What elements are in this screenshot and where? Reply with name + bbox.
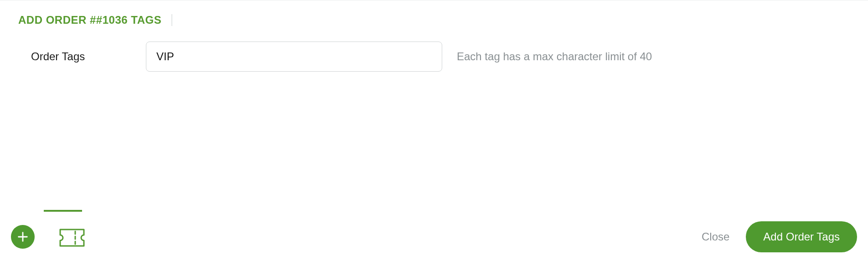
content-area: ADD ORDER ##1036 TAGS Order Tags Each ta… [0,0,868,212]
footer-right: Close Add Order Tags [702,221,857,252]
form-row-order-tags: Order Tags Each tag has a max character … [18,42,850,72]
add-order-tags-button[interactable]: Add Order Tags [746,221,857,252]
active-tab-indicator [44,210,82,212]
footer-left [11,225,86,249]
plus-icon [16,230,29,243]
ticket-tab[interactable] [58,227,86,246]
order-tags-label: Order Tags [18,50,146,63]
close-button[interactable]: Close [702,230,729,243]
dialog-add-order-tags: ADD ORDER ##1036 TAGS Order Tags Each ta… [0,0,868,261]
add-button[interactable] [11,225,35,249]
section-title: ADD ORDER ##1036 TAGS [18,14,172,26]
order-tags-input[interactable] [146,42,442,72]
ticket-icon [59,229,85,247]
order-tags-hint: Each tag has a max character limit of 40 [457,50,652,63]
footer-bar: Close Add Order Tags [0,212,868,261]
